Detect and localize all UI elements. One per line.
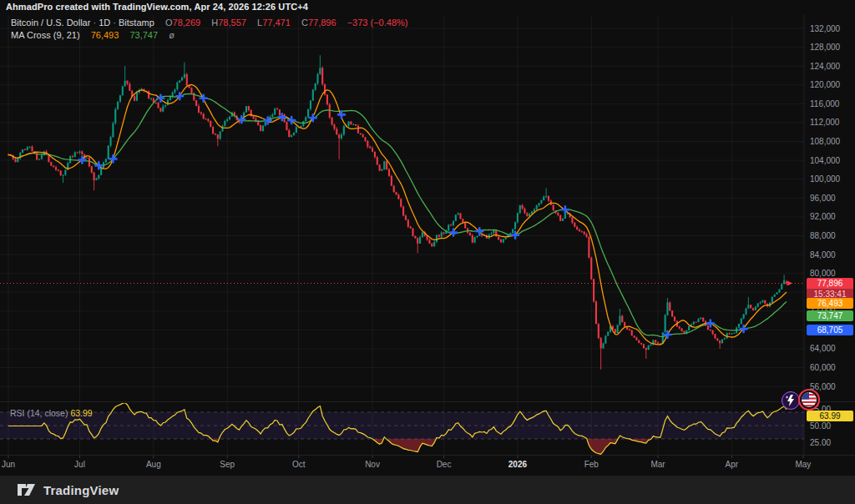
ma-slow-value: 73,747 [129,30,158,40]
indicator-name[interactable]: MA Cross [11,30,51,40]
ma-cross-markers [78,93,746,338]
tradingview-logo[interactable] [17,482,37,497]
attribution-text: AhmadPro created with TradingView.com, A… [6,2,308,12]
attribution-bar: AhmadPro created with TradingView.com, A… [6,2,308,14]
last-price-line [0,281,804,286]
ma-fast-price-label: 76,493 [807,298,853,309]
last-price-label: 77,896 15:33:41 [807,278,853,300]
candles [8,55,787,370]
brand-name[interactable]: TradingView [43,483,119,497]
tradingview-chart-snapshot: AhmadPro created with TradingView.com, A… [0,0,855,504]
symbol-title[interactable]: Bitcoin / U.S. Dollar [11,18,90,28]
us-flag-icon[interactable] [798,389,820,411]
low-value: 77,471 [262,18,291,28]
ma-cross-price-label: 68,705 [807,325,853,335]
interval-label[interactable]: 1D [99,18,110,28]
boost-lightning-icon[interactable] [782,391,800,410]
time-axis[interactable] [0,455,855,474]
ma-fast-value: 76,493 [91,30,119,40]
rsi-value: 63.99 [70,408,92,418]
close-value: 77,896 [308,18,336,28]
rsi-params: (14, close) [27,408,68,418]
indicator-more-icon[interactable]: ø [169,30,175,40]
open-value: 78,269 [173,18,201,28]
indicator-params: (9, 21) [53,30,80,40]
high-value: 78,557 [218,18,246,28]
rsi-name[interactable]: RSI [10,408,25,418]
change-value: −373 (−0.48%) [347,18,408,28]
ma-slow-price-label: 73,747 [807,310,853,321]
exchange-label: Bitstamp [119,18,154,28]
close-label: C [301,18,308,28]
rsi-pane [0,412,804,439]
footer-bar: TradingView [0,476,855,504]
chart-legend: Bitcoin / U.S. Dollar · 1D · Bitstamp O7… [11,17,407,42]
rsi-legend[interactable]: RSI (14, close) 63.99 [10,408,93,418]
rsi-value-label: 63.99 [807,411,853,421]
last-price-value: 77,896 [807,278,853,289]
candlestick-chart-canvas[interactable]: 132,000128,000124,000120,000116,000112,0… [0,0,855,504]
indicator-row[interactable]: MA Cross (9, 21) 76,493 73,747 ø [11,29,407,42]
open-label: O [165,18,173,28]
symbol-row[interactable]: Bitcoin / U.S. Dollar · 1D · Bitstamp O7… [11,17,407,29]
